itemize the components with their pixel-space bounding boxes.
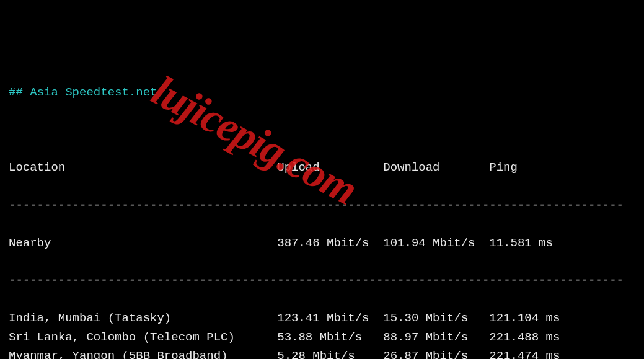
row-download: 26.87 Mbit/s: [383, 347, 489, 359]
header-location: Location: [9, 158, 277, 177]
row-location: Sri Lanka, Colombo (Telecom PLC): [9, 328, 277, 347]
data-row: India, Mumbai (Tatasky)123.41 Mbit/s15.3…: [9, 309, 635, 327]
header-ping: Ping: [489, 158, 518, 177]
section-title: ## Asia Speedtest.net: [9, 83, 635, 102]
row-upload: 53.88 Mbit/s: [277, 328, 383, 347]
nearby-download: 101.94 Mbit/s: [383, 234, 489, 252]
row-ping: 121.104 ms: [489, 309, 560, 327]
row-ping: 221.488 ms: [489, 328, 560, 347]
divider: ----------------------------------------…: [9, 271, 635, 290]
divider: ----------------------------------------…: [9, 196, 635, 215]
nearby-upload: 387.46 Mbit/s: [277, 234, 383, 252]
data-row: Myanmar, Yangon (5BB Broadband)5.28 Mbit…: [9, 347, 635, 359]
data-row: Sri Lanka, Colombo (Telecom PLC)53.88 Mb…: [9, 328, 635, 347]
row-upload: 5.28 Mbit/s: [277, 347, 383, 359]
row-location: India, Mumbai (Tatasky): [9, 309, 277, 327]
blank-line: [9, 120, 635, 139]
nearby-row: Nearby387.46 Mbit/s101.94 Mbit/s11.581 m…: [9, 234, 635, 252]
row-download: 15.30 Mbit/s: [383, 309, 489, 327]
row-download: 88.97 Mbit/s: [383, 328, 489, 347]
row-ping: 221.474 ms: [489, 347, 560, 359]
row-upload: 123.41 Mbit/s: [277, 309, 383, 327]
header-upload: Upload: [277, 158, 383, 177]
header-row: LocationUploadDownloadPing: [9, 158, 635, 177]
nearby-location: Nearby: [9, 234, 277, 252]
header-download: Download: [383, 158, 489, 177]
row-location: Myanmar, Yangon (5BB Broadband): [9, 347, 277, 359]
nearby-ping: 11.581 ms: [489, 234, 553, 252]
data-rows: India, Mumbai (Tatasky)123.41 Mbit/s15.3…: [9, 309, 635, 359]
